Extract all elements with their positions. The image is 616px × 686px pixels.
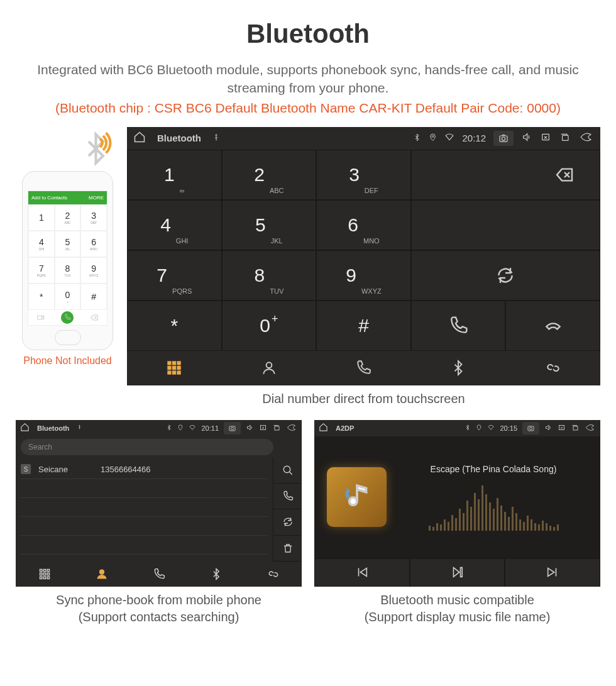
music-unit: A2DP 20:15 Es: [314, 420, 600, 587]
dial-key-9[interactable]: 9WXYZ: [316, 250, 411, 301]
nav-pair[interactable]: [245, 562, 302, 587]
contact-row[interactable]: S Seicane 13566664466: [21, 460, 268, 479]
music-caption: Bluetooth music compatible (Support disp…: [314, 592, 600, 626]
screenshot-icon[interactable]: [522, 422, 539, 434]
video-call-icon: [36, 313, 45, 322]
nav-bluetooth[interactable]: [187, 562, 245, 587]
back-icon[interactable]: [285, 424, 297, 433]
svg-rect-7: [173, 362, 175, 365]
location-icon: [429, 133, 437, 144]
nav-keypad[interactable]: [127, 351, 222, 385]
back-icon[interactable]: [584, 424, 596, 433]
recent-apps-icon[interactable]: [571, 424, 579, 433]
nav-keypad[interactable]: [16, 562, 73, 587]
nav-contacts[interactable]: [73, 562, 130, 587]
volume-icon[interactable]: [521, 132, 532, 144]
dial-key-#[interactable]: #: [316, 301, 411, 351]
close-app-icon[interactable]: [558, 424, 566, 433]
bluetooth-icon: [413, 133, 421, 144]
dial-key-0[interactable]: 0+: [222, 301, 317, 351]
nav-contacts[interactable]: [222, 351, 317, 385]
close-app-icon[interactable]: [259, 424, 267, 433]
phone-caption: Phone Not Included: [23, 355, 112, 367]
home-icon[interactable]: [20, 423, 30, 433]
play-pause-button[interactable]: [410, 558, 505, 587]
usb-icon: [212, 133, 220, 143]
dial-key-2[interactable]: 2ABC: [222, 150, 317, 200]
back-icon[interactable]: [578, 132, 594, 144]
app-label: A2DP: [336, 424, 354, 432]
svg-point-1: [432, 135, 434, 137]
svg-rect-9: [168, 367, 171, 369]
svg-point-30: [99, 570, 104, 574]
dial-key-4[interactable]: 4GHI: [127, 200, 222, 250]
dial-key-8[interactable]: 8TUV: [222, 250, 317, 301]
contact-name: Seicane: [38, 465, 68, 474]
screenshot-icon[interactable]: [493, 131, 514, 146]
svg-rect-21: [40, 569, 41, 571]
bluetooth-info: (Bluetooth chip : CSR BC6 Default Blueto…: [16, 101, 600, 116]
svg-rect-13: [173, 372, 175, 374]
svg-rect-5: [563, 136, 568, 141]
phone-key-1: 1: [28, 204, 55, 231]
nav-bluetooth[interactable]: [411, 351, 506, 385]
location-icon: [177, 424, 184, 433]
next-track-button[interactable]: [505, 558, 600, 587]
app-label: Bluetooth: [37, 424, 69, 432]
phone-key-4: 4GHI: [28, 231, 55, 257]
svg-point-15: [267, 363, 272, 368]
clock-time: 20:15: [500, 424, 517, 432]
volume-icon[interactable]: [246, 424, 254, 433]
svg-rect-28: [43, 577, 45, 578]
recent-apps-icon[interactable]: [559, 132, 570, 144]
clock-time: 20:11: [201, 424, 219, 432]
dial-key-*[interactable]: *: [127, 301, 222, 351]
song-title: Escape (The Pina Colada Song): [399, 464, 588, 474]
recent-apps-icon[interactable]: [272, 424, 280, 433]
wifi-icon: [189, 424, 196, 432]
svg-rect-19: [275, 426, 279, 430]
empty-row: [21, 536, 268, 555]
volume-icon[interactable]: [544, 424, 553, 433]
redial-key[interactable]: [411, 250, 600, 301]
screenshot-icon[interactable]: [224, 422, 241, 434]
dial-key-1[interactable]: 1∞: [127, 150, 222, 200]
svg-point-32: [530, 427, 532, 429]
nav-pair[interactable]: [505, 351, 600, 385]
svg-rect-12: [168, 372, 171, 374]
location-icon: [476, 424, 482, 433]
svg-point-3: [502, 137, 505, 140]
phone-key-2: 2ABC: [55, 204, 81, 231]
hangup-button[interactable]: [505, 301, 600, 351]
nav-call-log[interactable]: [316, 351, 411, 385]
app-label: Bluetooth: [157, 133, 201, 143]
side-sync-button[interactable]: [273, 509, 302, 535]
phone-key-#: #: [80, 284, 107, 310]
dial-key-5[interactable]: 5JKL: [222, 200, 317, 250]
search-input[interactable]: Search: [21, 439, 273, 455]
backspace-key[interactable]: [411, 150, 600, 200]
call-button[interactable]: [411, 301, 506, 351]
nav-call-log[interactable]: [130, 562, 187, 587]
side-search-button[interactable]: [273, 458, 302, 484]
dial-key-6[interactable]: 6MNO: [316, 200, 411, 250]
prev-track-button[interactable]: [314, 558, 410, 587]
phonebook-caption: Sync phone-book from mobile phone (Suppo…: [16, 592, 302, 626]
side-call-button[interactable]: [273, 484, 302, 509]
contact-badge: S: [21, 464, 31, 474]
side-delete-button[interactable]: [273, 536, 302, 562]
svg-rect-0: [38, 316, 42, 319]
phone-call-button: [61, 311, 74, 324]
bluetooth-icon: [465, 424, 471, 433]
empty-key: [411, 200, 600, 250]
phone-key-6: 6MNO: [80, 231, 107, 257]
dial-key-7[interactable]: 7PQRS: [127, 250, 222, 301]
home-icon[interactable]: [133, 131, 146, 145]
close-app-icon[interactable]: [540, 132, 551, 144]
dial-key-3[interactable]: 3DEF: [316, 150, 411, 200]
svg-rect-31: [528, 426, 534, 431]
phone-mockup-column: Add to Contacts MORE 12ABC3DEF4GHI5JKL6M…: [16, 127, 119, 407]
phone-home-button: [55, 330, 81, 345]
home-icon[interactable]: [319, 423, 328, 433]
svg-rect-24: [40, 573, 41, 575]
